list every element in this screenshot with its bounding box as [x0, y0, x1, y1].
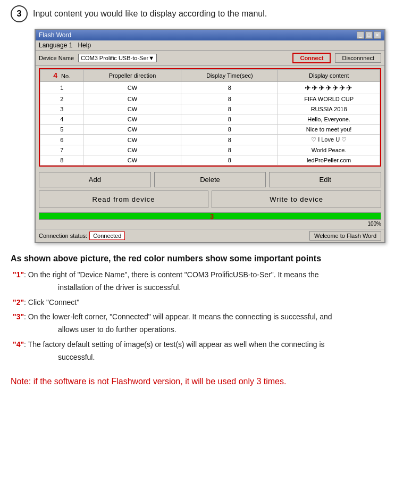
list-item: "1": On the right of "Device Name", ther…	[13, 269, 409, 294]
status-left: Connection status: Connected	[39, 232, 125, 240]
cell-time: 8	[181, 125, 278, 135]
write-to-device-button[interactable]: Write to device	[212, 191, 381, 208]
cell-no: 1	[40, 82, 83, 94]
table-row[interactable]: 3CW8RUSSIA 2018	[40, 104, 380, 114]
cell-content: Hello, Everyone.	[278, 114, 380, 125]
cell-direction: CW	[83, 82, 181, 94]
progress-bar-container: 3	[39, 212, 381, 220]
cell-content: RUSSIA 2018	[278, 104, 380, 114]
flash-toolbar: Device Name COM3 Prolific USB-to-Ser ▼ C…	[36, 51, 384, 66]
list-item: "3": On the lower-left corner, "Connecte…	[13, 311, 409, 336]
col-header-direction: Propeller direction	[83, 70, 181, 82]
menu-help[interactable]: Help	[78, 42, 91, 49]
important-section: As shown above picture, the red color nu…	[11, 252, 409, 370]
cell-no: 8	[40, 155, 83, 166]
table-row[interactable]: 2CW8FIFA WORLD CUP	[40, 94, 380, 104]
cell-time: 8	[181, 104, 278, 114]
cell-content: ledProPeller.com	[278, 155, 380, 166]
flash-menubar: Language 1 Help	[36, 40, 384, 51]
progress-area: 3 100%	[36, 211, 384, 229]
cell-time: 8	[181, 94, 278, 104]
flash-window: Flash Word _ □ ✕ Language 1 Help Device …	[35, 29, 385, 243]
table-area: 4 No. Propeller direction Display Time(s…	[39, 68, 381, 167]
table-row[interactable]: 8CW8ledProPeller.com	[40, 155, 380, 166]
table-row[interactable]: 4CW8Hello, Everyone.	[40, 114, 380, 125]
device-value: COM3 Prolific USB-to-Ser	[81, 55, 148, 61]
close-button[interactable]: ✕	[374, 31, 381, 39]
cell-no: 4	[40, 114, 83, 125]
device-name-label: Device Name	[39, 55, 74, 61]
cell-direction: CW	[83, 104, 181, 114]
window-title: Flash Word	[39, 31, 71, 39]
col-header-no: 4 No.	[40, 70, 83, 82]
connected-badge: Connected	[89, 232, 125, 240]
point-description: : The factory default setting of image(s…	[24, 338, 409, 364]
cell-time: 8	[181, 82, 278, 94]
points-list: "1": On the right of "Device Name", ther…	[11, 269, 409, 364]
cell-content: ✈✈✈✈✈✈✈	[278, 82, 380, 94]
step-instruction: Input content you would like to display …	[33, 9, 267, 19]
cell-direction: CW	[83, 114, 181, 125]
point-key: "4"	[13, 338, 24, 364]
col-header-time: Display Time(sec)	[181, 70, 278, 82]
progress-red-number: 3	[210, 212, 214, 220]
cell-content: Nice to meet you!	[278, 125, 380, 135]
point-key: "2"	[13, 296, 24, 309]
minimize-button[interactable]: _	[357, 31, 364, 39]
rw-buttons-area: Read from device Write to device	[36, 191, 384, 211]
cell-no: 2	[40, 94, 83, 104]
welcome-button[interactable]: Welcome to Flash Word	[309, 231, 381, 241]
titlebar-buttons: _ □ ✕	[357, 31, 381, 39]
cell-content: FIFA WORLD CUP	[278, 94, 380, 104]
point-key: "3"	[13, 311, 24, 336]
point-description: : Click "Connect"	[24, 296, 409, 309]
col-header-content: Display content	[278, 70, 380, 82]
cell-time: 8	[181, 135, 278, 145]
cell-direction: CW	[83, 94, 181, 104]
step-header: 3 Input content you would like to displa…	[11, 5, 409, 22]
connection-label: Connection status:	[39, 233, 87, 239]
table-row[interactable]: 5CW8Nice to meet you!	[40, 125, 380, 135]
list-item: "4": The factory default setting of imag…	[13, 338, 409, 364]
edit-button[interactable]: Edit	[269, 172, 381, 187]
note-section: Note: if the software is not Flashword v…	[11, 377, 409, 386]
cell-direction: CW	[83, 145, 181, 155]
connect-button[interactable]: Connect	[292, 53, 331, 63]
step-number: 3	[11, 5, 28, 22]
cell-no: 5	[40, 125, 83, 135]
menu-language[interactable]: Language 1	[39, 42, 72, 49]
device-combo[interactable]: COM3 Prolific USB-to-Ser ▼	[78, 54, 157, 62]
cell-direction: CW	[83, 135, 181, 145]
add-button[interactable]: Add	[39, 172, 151, 187]
status-bar: Connection status: Connected Welcome to …	[36, 229, 384, 242]
cell-time: 8	[181, 145, 278, 155]
cell-time: 8	[181, 155, 278, 166]
maximize-button[interactable]: □	[365, 31, 373, 39]
cell-no: 6	[40, 135, 83, 145]
table-header-row: 4 No. Propeller direction Display Time(s…	[40, 70, 380, 82]
list-item: "2": Click "Connect"	[13, 296, 409, 309]
cell-no: 7	[40, 145, 83, 155]
point-description: : On the lower-left corner, "Connected" …	[24, 311, 409, 336]
flash-titlebar: Flash Word _ □ ✕	[36, 30, 384, 40]
point-description: : On the right of "Device Name", there i…	[24, 269, 409, 294]
progress-label: 100%	[367, 221, 381, 227]
buttons-area: Add Delete Edit	[36, 169, 384, 191]
cell-direction: CW	[83, 155, 181, 166]
read-from-device-button[interactable]: Read from device	[39, 191, 208, 208]
cell-content: World Peace.	[278, 145, 380, 155]
table-row[interactable]: 1CW8✈✈✈✈✈✈✈	[40, 82, 380, 94]
cell-content: ♡ I Love U ♡	[278, 135, 380, 145]
table-row[interactable]: 6CW8♡ I Love U ♡	[40, 135, 380, 145]
table-row[interactable]: 7CW8World Peace.	[40, 145, 380, 155]
combo-arrow: ▼	[148, 55, 154, 61]
cell-time: 8	[181, 114, 278, 125]
progress-label-row: 100%	[39, 221, 381, 227]
data-table: 4 No. Propeller direction Display Time(s…	[40, 69, 380, 166]
delete-button[interactable]: Delete	[154, 172, 266, 187]
disconnect-button[interactable]: Disconnnect	[335, 53, 381, 63]
point-key: "1"	[13, 269, 24, 294]
important-title: As shown above picture, the red color nu…	[11, 254, 409, 263]
cell-direction: CW	[83, 125, 181, 135]
cell-no: 3	[40, 104, 83, 114]
